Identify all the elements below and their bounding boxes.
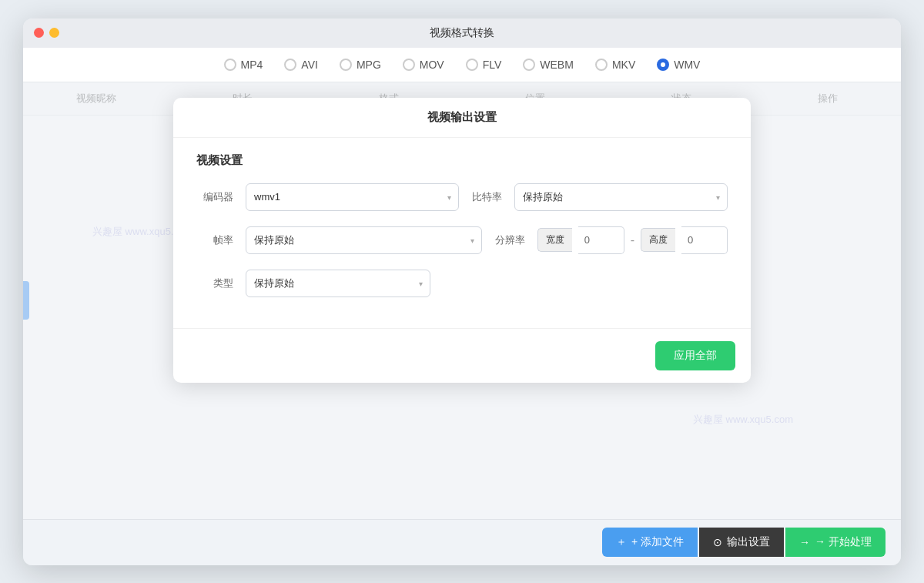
- main-area: 视频昵称 时长 格式 位置 状态 操作 兴趣屋 www.xqu5.com 视频输…: [23, 82, 901, 519]
- format-label-mp4: MP4: [241, 59, 263, 71]
- encoder-select-wrapper: wmv1 wmv2 ▾: [246, 183, 459, 211]
- format-option-avi[interactable]: AVI: [284, 59, 318, 71]
- format-option-flv[interactable]: FLV: [466, 59, 502, 71]
- apply-all-button[interactable]: 应用全部: [655, 341, 735, 370]
- form-row-encoder-bitrate: 编码器 wmv1 wmv2 ▾ 比特率 保持原始: [196, 183, 728, 211]
- format-option-webm[interactable]: WEBM: [523, 59, 574, 71]
- modal-title: 视频输出设置: [427, 110, 497, 123]
- output-settings-button[interactable]: ⊙ 输出设置: [699, 528, 784, 557]
- section-title-video: 视频设置: [196, 153, 728, 168]
- bitrate-select[interactable]: 保持原始: [514, 183, 728, 211]
- modal-overlay: 视频输出设置 视频设置 编码器 wmv1 wmv2 ▾: [23, 82, 901, 519]
- format-option-mkv[interactable]: MKV: [595, 59, 635, 71]
- resolution-group: 宽度 - 高度: [537, 226, 728, 254]
- add-file-icon: ＋: [616, 535, 627, 549]
- type-select-wrapper: 保持原始 ▾: [246, 270, 430, 297]
- radio-mpg[interactable]: [340, 59, 352, 71]
- radio-wmv[interactable]: [657, 59, 669, 71]
- format-label-flv: FLV: [483, 59, 502, 71]
- radio-flv[interactable]: [466, 59, 478, 71]
- format-label-mkv: MKV: [612, 59, 635, 71]
- app-window: 视频格式转换 MP4 AVI MPG MOV FLV WEBM MK: [23, 18, 901, 565]
- output-settings-icon: ⊙: [713, 536, 722, 548]
- format-label-mov: MOV: [420, 59, 444, 71]
- resolution-dash: -: [631, 233, 634, 247]
- height-input[interactable]: [681, 226, 728, 254]
- type-select[interactable]: 保持原始: [246, 270, 430, 297]
- format-option-mp4[interactable]: MP4: [224, 59, 263, 71]
- format-option-mpg[interactable]: MPG: [340, 59, 381, 71]
- encoder-label: 编码器: [196, 190, 233, 204]
- form-row-type: 类型 保持原始 ▾: [196, 270, 728, 297]
- framerate-select[interactable]: 保持原始: [246, 226, 482, 254]
- format-label-avi: AVI: [301, 59, 318, 71]
- title-bar-buttons: [34, 28, 59, 38]
- minimize-button[interactable]: [49, 28, 59, 38]
- start-label: → 开始处理: [815, 535, 872, 549]
- modal-body: 视频设置 编码器 wmv1 wmv2 ▾ 比特率: [173, 138, 751, 328]
- framerate-label: 帧率: [196, 233, 233, 247]
- width-label: 宽度: [537, 228, 572, 252]
- resolution-label: 分辨率: [494, 233, 525, 247]
- title-bar: 视频格式转换: [23, 18, 901, 48]
- format-label-mpg: MPG: [357, 59, 381, 71]
- encoder-select[interactable]: wmv1 wmv2: [246, 183, 459, 211]
- format-label-webm: WEBM: [540, 59, 574, 71]
- radio-avi[interactable]: [284, 59, 296, 71]
- format-option-mov[interactable]: MOV: [403, 59, 444, 71]
- modal-footer: 应用全部: [173, 328, 751, 383]
- start-processing-button[interactable]: → → 开始处理: [785, 528, 886, 557]
- bottom-bar: ＋ + 添加文件 ⊙ 输出设置 → → 开始处理: [23, 519, 901, 565]
- modal-header: 视频输出设置: [173, 98, 751, 138]
- type-label: 类型: [196, 276, 233, 290]
- bitrate-label: 比特率: [471, 190, 502, 204]
- framerate-select-wrapper: 保持原始 ▾: [246, 226, 482, 254]
- width-input[interactable]: [578, 226, 624, 254]
- output-settings-label: 输出设置: [727, 535, 770, 549]
- add-file-button[interactable]: ＋ + 添加文件: [602, 528, 698, 557]
- add-file-label: + 添加文件: [631, 535, 684, 549]
- radio-mkv[interactable]: [595, 59, 608, 71]
- close-button[interactable]: [34, 28, 44, 38]
- app-title: 视频格式转换: [430, 26, 494, 40]
- height-label: 高度: [641, 228, 675, 252]
- modal-dialog: 视频输出设置 视频设置 编码器 wmv1 wmv2 ▾: [173, 98, 751, 383]
- radio-mov[interactable]: [403, 59, 415, 71]
- format-option-wmv[interactable]: WMV: [657, 59, 700, 71]
- format-label-wmv: WMV: [674, 59, 700, 71]
- radio-webm[interactable]: [523, 59, 535, 71]
- bitrate-select-wrapper: 保持原始 ▾: [514, 183, 728, 211]
- start-arrow-icon: →: [799, 536, 810, 548]
- format-bar: MP4 AVI MPG MOV FLV WEBM MKV WMV: [23, 48, 901, 82]
- form-row-framerate-resolution: 帧率 保持原始 ▾ 分辨率 宽度 - 高度: [196, 226, 728, 254]
- radio-mp4[interactable]: [224, 59, 236, 71]
